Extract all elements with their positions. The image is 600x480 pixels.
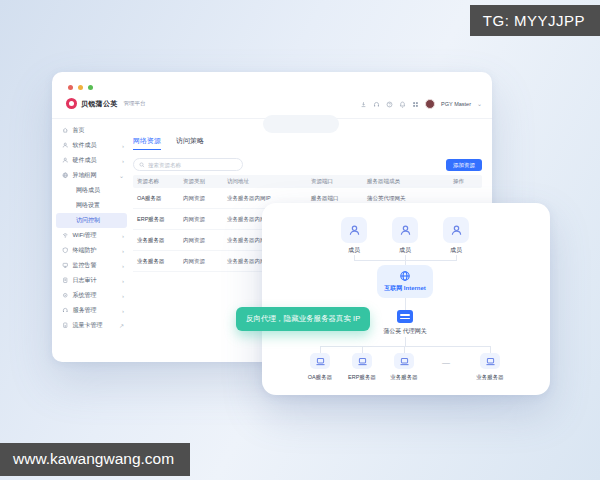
maximize-window-icon[interactable] xyxy=(88,85,93,90)
sidebar-item-access-control[interactable]: 访问控制 xyxy=(56,213,127,228)
server-laptop-icon xyxy=(399,356,410,367)
sidebar-item-label: 服务管理 xyxy=(73,306,97,315)
chevron-right-icon: › xyxy=(122,293,124,299)
chevron-down-icon[interactable]: ⌄ xyxy=(477,101,482,107)
tab-access-policy[interactable]: 访问策略 xyxy=(176,136,204,150)
col-resource-name: 资源名称 xyxy=(133,178,179,185)
search-icon xyxy=(139,162,145,168)
chevron-right-icon: › xyxy=(122,278,124,284)
sidebar-item-network-members[interactable]: 网络成员 xyxy=(52,183,131,198)
sidebar-item-wifi-management[interactable]: WiFi管理 › xyxy=(52,228,131,243)
server-laptop-icon xyxy=(485,356,496,367)
cell-resource-type: 内网资源 xyxy=(179,258,223,265)
sidebar-item-label: 终端防护 xyxy=(73,246,97,255)
cell-resource-name: 业务服务器 xyxy=(133,237,179,244)
sidebar-item-remote-network[interactable]: 异地组网 ⌄ xyxy=(52,168,131,183)
server-label: OA服务器 xyxy=(308,374,332,381)
sidebar-item-network-settings[interactable]: 网络设置 xyxy=(52,198,131,213)
sidebar-item-monitor-alerts[interactable]: 监控告警 › xyxy=(52,258,131,273)
reverse-proxy-callout: 反向代理，隐藏业务服务器真实 IP xyxy=(236,307,370,331)
minimize-window-icon[interactable] xyxy=(78,85,83,90)
external-link-icon: ↗ xyxy=(119,323,124,329)
connector-line xyxy=(362,346,363,353)
cell-resource-name: 业务服务器 xyxy=(133,258,179,265)
sidebar-item-home[interactable]: 首页 xyxy=(52,123,131,138)
cell-resource-port: 服务器端口 xyxy=(307,195,363,202)
cell-resource-type: 内网资源 xyxy=(179,216,223,223)
internet-label: 互联网 Internet xyxy=(384,284,426,293)
brand-product: 管理平台 xyxy=(124,100,146,107)
chevron-right-icon: › xyxy=(122,158,124,164)
internet-node: 互联网 Internet xyxy=(377,265,433,298)
server-laptop-icon xyxy=(357,356,368,367)
cell-server-member: 蒲公英代理网关 xyxy=(363,195,449,202)
content-tabs: 网络资源 访问策略 xyxy=(133,136,204,150)
tg-contact-badge: TG: MYYJJPP xyxy=(470,5,600,36)
col-resource-type: 资源类别 xyxy=(179,178,223,185)
connector-line xyxy=(490,346,491,353)
connector-line xyxy=(320,346,321,353)
sidebar-item-label: WiFi管理 xyxy=(73,231,97,240)
sidebar-item-label: 系统管理 xyxy=(73,291,97,300)
cell-resource-type: 内网资源 xyxy=(179,195,223,202)
website-badge: www.kawangwang.com xyxy=(0,443,190,476)
gateway-label: 蒲公英 代理网关 xyxy=(383,327,427,336)
sidebar-item-log-audit[interactable]: 日志审计 › xyxy=(52,273,131,288)
notification-bell-icon[interactable] xyxy=(399,101,406,108)
home-icon xyxy=(62,127,69,134)
internet-globe-icon xyxy=(399,270,411,282)
wifi-icon xyxy=(62,232,69,239)
add-resource-button[interactable]: 添加资源 xyxy=(446,159,482,171)
sidebar-item-label: 访问控制 xyxy=(76,216,100,225)
sidebar-item-endpoint-protection[interactable]: 终端防护 › xyxy=(52,243,131,258)
gear-icon xyxy=(62,292,69,299)
sidebar-item-software-members[interactable]: 软件成员 › xyxy=(52,138,131,153)
software-member-icon xyxy=(62,142,69,149)
sidebar-item-label: 日志审计 xyxy=(73,276,97,285)
brand-logo-icon xyxy=(66,98,77,109)
download-icon[interactable] xyxy=(360,101,367,108)
close-window-icon[interactable] xyxy=(68,85,73,90)
shield-icon xyxy=(62,247,69,254)
sidebar-item-hardware-members[interactable]: 硬件成员 › xyxy=(52,153,131,168)
search-input[interactable] xyxy=(148,162,237,168)
document-icon xyxy=(62,277,69,284)
col-server-member: 服务器端成员 xyxy=(363,178,449,185)
member-label: 成员 xyxy=(450,246,462,255)
server-node xyxy=(310,353,330,369)
server-label: ERP服务器 xyxy=(348,374,376,381)
member-node xyxy=(341,217,367,243)
brand-name: 贝锐蒲公英 xyxy=(81,99,118,109)
ellipsis-dash: — xyxy=(442,358,450,367)
account-name[interactable]: PGY Master xyxy=(441,101,471,107)
apps-grid-icon[interactable] xyxy=(412,101,419,108)
sidebar-item-label: 异地组网 xyxy=(73,171,97,180)
monitor-icon xyxy=(62,262,69,269)
help-icon[interactable] xyxy=(386,101,393,108)
proxy-gateway-icon xyxy=(397,310,413,323)
sidebar-item-system-management[interactable]: 系统管理 › xyxy=(52,288,131,303)
resource-search[interactable] xyxy=(133,158,243,171)
sidebar-item-service-management[interactable]: 服务管理 › xyxy=(52,303,131,318)
cell-resource-type: 内网资源 xyxy=(179,237,223,244)
sidebar-item-sim-management[interactable]: 流量卡管理 ↗ xyxy=(52,318,131,333)
member-person-icon xyxy=(399,224,412,237)
avatar[interactable] xyxy=(425,99,435,109)
member-node xyxy=(392,217,418,243)
connector-line xyxy=(320,346,490,347)
support-headset-icon[interactable] xyxy=(373,101,380,108)
col-actions: 操作 xyxy=(449,178,482,185)
server-node xyxy=(480,353,500,369)
connector-line xyxy=(404,346,405,353)
hardware-member-icon xyxy=(62,157,69,164)
table-header-row: 资源名称 资源类别 访问地址 资源端口 服务器端成员 操作 xyxy=(133,175,482,188)
headset-icon xyxy=(62,307,69,314)
sidebar-item-label: 监控告警 xyxy=(73,261,97,270)
page-background: TG: MYYJJPP www.kawangwang.com 贝锐蒲公英 管理平… xyxy=(0,0,600,480)
sidebar-item-label: 网络成员 xyxy=(76,186,100,195)
member-person-icon xyxy=(348,224,361,237)
member-label: 成员 xyxy=(348,246,360,255)
tab-network-resources[interactable]: 网络资源 xyxy=(133,136,161,150)
cell-resource-name: OA服务器 xyxy=(133,195,179,202)
window-controls[interactable] xyxy=(68,85,93,90)
